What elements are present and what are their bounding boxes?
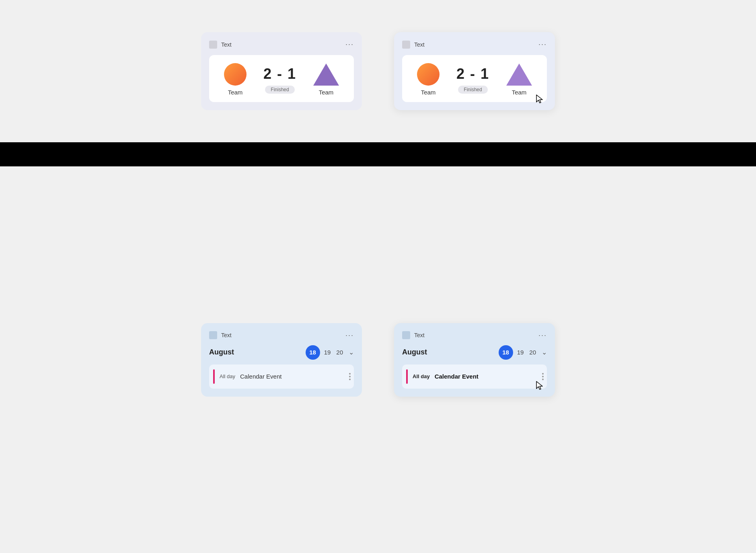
score-card-right: Text ··· Team 2 - 1 Finished Team [394,32,555,110]
header-text-left: Text [221,41,232,48]
card-header-left-content: Text [209,41,232,49]
team1-icon-circle-left [224,63,247,86]
team1-label-right: Team [421,89,436,96]
team1-icon-circle-right [417,63,440,86]
cal-event-row-right: All day Calendar Event [402,365,547,389]
header-icon-right [402,41,410,49]
score-card-left: Text ··· Team 2 - 1 Finished Team [201,32,362,110]
dot3-left [349,379,351,380]
card-header-right-content: Text [402,41,425,49]
cal-date-row-left: August 18 19 20 ⌄ [209,345,354,360]
bottom-section: Text ··· August 18 19 20 ⌄ All day Calen… [0,166,756,553]
more-dots-right[interactable]: ··· [538,40,547,49]
cal-allday-left: All day [220,373,235,379]
dot2-left [349,376,351,377]
cal-date-20-left[interactable]: 20 [335,349,345,356]
cal-event-title-left: Calendar Event [240,373,281,380]
cal-header-left-content: Text [209,331,232,339]
header-text-right: Text [414,41,425,48]
cal-event-title-right: Calendar Event [435,373,479,380]
cal-month-right: August [402,348,499,356]
header-icon-left [209,41,217,49]
cal-header-text-left: Text [221,332,232,338]
team1-left: Team [224,63,247,96]
team2-icon-triangle-right [506,63,532,86]
cal-header-icon-right [402,331,410,339]
team2-right: Team [506,63,532,96]
dot2-right [542,376,544,377]
cal-header-right: Text ··· [402,331,547,340]
calendar-card-right: Text ··· August 18 19 20 ⌄ All day Calen… [394,323,555,397]
cal-date-row-right: August 18 19 20 ⌄ [402,345,547,360]
score-center-left: 2 - 1 Finished [263,66,296,94]
cal-date-18-right[interactable]: 18 [499,345,513,360]
team1-label-left: Team [228,89,243,96]
team2-icon-triangle-left [313,63,339,86]
card-header-right: Text ··· [402,40,547,49]
card-header-left: Text ··· [209,40,354,49]
cal-date-19-left[interactable]: 19 [323,349,333,356]
cal-event-bar-left [213,369,215,384]
cal-event-dots-right[interactable] [542,373,544,380]
cal-date-19-right[interactable]: 19 [516,349,526,356]
team2-left: Team [313,63,339,96]
score-text-left: 2 - 1 [263,66,296,82]
more-dots-left[interactable]: ··· [345,40,354,49]
dot1-left [349,373,351,375]
score-inner-left: Team 2 - 1 Finished Team [209,55,354,102]
cal-chevron-right[interactable]: ⌄ [542,348,547,356]
cal-header-text-right: Text [414,332,425,338]
cal-event-row-left: All day Calendar Event [209,365,354,389]
cal-date-numbers-left: 18 19 20 ⌄ [306,345,354,360]
divider-bar [0,142,756,166]
cal-header-icon-left [209,331,217,339]
cal-more-dots-left[interactable]: ··· [345,331,354,340]
cal-date-numbers-right: 18 19 20 ⌄ [499,345,547,360]
cal-date-20-right[interactable]: 20 [528,349,538,356]
cal-allday-right: All day [413,373,430,379]
team2-label-left: Team [319,89,334,96]
cal-header-left: Text ··· [209,331,354,340]
team1-right: Team [417,63,440,96]
dot3-right [542,379,544,380]
cal-header-right-content: Text [402,331,425,339]
cal-date-18-left[interactable]: 18 [306,345,320,360]
cal-more-dots-right[interactable]: ··· [538,331,547,340]
finished-badge-left: Finished [265,86,294,94]
score-center-right: 2 - 1 Finished [456,66,489,94]
score-inner-right: Team 2 - 1 Finished Team [402,55,547,102]
finished-badge-right: Finished [458,86,487,94]
dot1-right [542,373,544,375]
cal-chevron-left[interactable]: ⌄ [349,348,354,356]
score-text-right: 2 - 1 [456,66,489,82]
cal-event-dots-left[interactable] [349,373,351,380]
top-section: Text ··· Team 2 - 1 Finished Team Text [0,0,756,142]
team2-label-right: Team [512,89,527,96]
cal-month-left: August [209,348,306,356]
calendar-card-left: Text ··· August 18 19 20 ⌄ All day Calen… [201,323,362,397]
cal-event-bar-right [406,369,408,384]
